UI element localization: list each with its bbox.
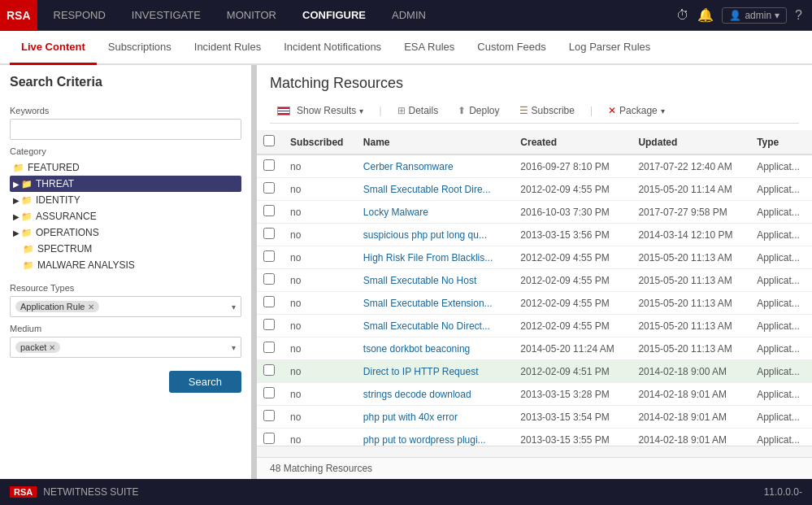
table-row[interactable]: no High Risk File From Blacklis... 2012-… <box>257 246 812 269</box>
panel-title: Search Criteria <box>10 75 241 89</box>
row-checkbox[interactable] <box>257 429 284 446</box>
table-row[interactable]: no Direct to IP HTTP Request 2012-02-09 … <box>257 360 812 383</box>
row-checkbox[interactable] <box>257 315 284 337</box>
table-row[interactable]: no tsone dorkbot beaconing 2014-05-20 11… <box>257 337 812 360</box>
package-icon: ✕ <box>608 105 616 116</box>
table-row[interactable]: no Locky Malware 2016-10-03 7:30 PM 2017… <box>257 201 812 224</box>
col-created[interactable]: Created <box>514 130 632 155</box>
tree-item-assurance[interactable]: ▶ 📁 ASSURANCE <box>10 208 241 224</box>
row-name[interactable]: strings decode download <box>357 383 515 406</box>
tab-esa-rules[interactable]: ESA Rules <box>393 31 466 65</box>
row-checkbox[interactable] <box>257 269 284 292</box>
row-checkbox[interactable] <box>257 178 284 201</box>
row-checkbox[interactable] <box>257 383 284 406</box>
col-name[interactable]: Name <box>357 130 515 155</box>
tree-item-spectrum[interactable]: 📁 SPECTRUM <box>10 241 241 257</box>
right-panel-header: Matching Resources Show Results ▾ | ⊞ De… <box>257 65 812 130</box>
table-row[interactable]: no suspicious php put long qu... 2013-03… <box>257 224 812 246</box>
nav-investigate[interactable]: INVESTIGATE <box>119 0 214 31</box>
search-button[interactable]: Search <box>169 371 241 393</box>
flag-icon <box>277 107 290 115</box>
row-name[interactable]: Locky Malware <box>357 201 515 224</box>
row-name[interactable]: Direct to IP HTTP Request <box>357 360 515 383</box>
details-button[interactable]: ⊞ Details <box>390 102 446 120</box>
table-row[interactable]: no Small Executable Extension... 2012-02… <box>257 292 812 315</box>
table-row[interactable]: no php put with 40x error 2013-03-15 3:5… <box>257 406 812 429</box>
clock-icon[interactable]: ⏱ <box>676 8 689 23</box>
medium-label: Medium <box>10 324 241 333</box>
table-row[interactable]: no Small Executable No Host 2012-02-09 4… <box>257 269 812 292</box>
table-row[interactable]: no Cerber Ransomware 2016-09-27 8:10 PM … <box>257 155 812 178</box>
subscribe-button[interactable]: ☰ Subscribe <box>512 102 582 120</box>
row-name[interactable]: Small Executable Root Dire... <box>357 178 515 201</box>
deploy-button[interactable]: ⬆ Deploy <box>450 102 506 120</box>
show-results-button[interactable]: Show Results ▾ <box>270 102 371 120</box>
resource-types-arrow[interactable]: ▾ <box>232 303 236 311</box>
table-row[interactable]: no Small Executable Root Dire... 2012-02… <box>257 178 812 201</box>
row-checkbox[interactable] <box>257 246 284 269</box>
nav-respond[interactable]: RESPOND <box>41 0 119 31</box>
folder-icon: 📁 <box>13 163 24 173</box>
row-updated: 2017-07-22 12:40 AM <box>632 155 750 178</box>
remove-resource-type[interactable]: ✕ <box>88 303 94 311</box>
matching-resources-panel: Matching Resources Show Results ▾ | ⊞ De… <box>257 65 812 479</box>
row-name[interactable]: Cerber Ransomware <box>357 155 515 178</box>
tree-item-featured[interactable]: 📁 FEATURED <box>10 159 241 176</box>
resource-types-input[interactable]: Application Rule ✕ ▾ <box>10 296 241 317</box>
results-table-container[interactable]: Subscribed Name Created Updated Type no … <box>257 130 812 446</box>
tree-item-malware-analysis[interactable]: 📁 MALWARE ANALYSIS <box>10 257 241 273</box>
row-checkbox[interactable] <box>257 292 284 315</box>
row-name[interactable]: php put to wordpress plugi... <box>357 429 515 446</box>
tree-item-threat[interactable]: ▶ 📁 THREAT <box>10 176 241 192</box>
package-button[interactable]: ✕ Package ▾ <box>601 102 672 120</box>
row-name[interactable]: suspicious php put long qu... <box>357 224 515 246</box>
tab-incident-rules[interactable]: Incident Rules <box>183 31 272 65</box>
row-checkbox[interactable] <box>257 224 284 246</box>
bell-icon[interactable]: 🔔 <box>697 7 714 23</box>
row-checkbox[interactable] <box>257 360 284 383</box>
row-name[interactable]: php put with 40x error <box>357 406 515 429</box>
table-row[interactable]: no Small Executable No Direct... 2012-02… <box>257 315 812 337</box>
row-checkbox[interactable] <box>257 337 284 360</box>
row-checkbox[interactable] <box>257 201 284 224</box>
row-type: Applicat... <box>750 406 812 429</box>
matching-resources-title: Matching Resources <box>270 75 799 92</box>
horizontal-scrollbar[interactable] <box>257 446 812 457</box>
row-checkbox[interactable] <box>257 406 284 429</box>
table-row[interactable]: no php put to wordpress plugi... 2013-03… <box>257 429 812 446</box>
tree-item-operations[interactable]: ▶ 📁 OPERATIONS <box>10 224 241 241</box>
tab-live-content[interactable]: Live Content <box>10 31 97 65</box>
nav-configure[interactable]: CONFIGURE <box>289 0 379 31</box>
row-name[interactable]: Small Executable No Host <box>357 269 515 292</box>
row-checkbox[interactable] <box>257 155 284 178</box>
help-icon[interactable]: ? <box>795 8 802 23</box>
medium-input[interactable]: packet ✕ ▾ <box>10 337 241 358</box>
row-subscribed: no <box>284 337 357 360</box>
nav-monitor[interactable]: MONITOR <box>214 0 289 31</box>
row-name[interactable]: tsone dorkbot beaconing <box>357 337 515 360</box>
row-name[interactable]: High Risk File From Blacklis... <box>357 246 515 269</box>
table-row[interactable]: no strings decode download 2013-03-15 3:… <box>257 383 812 406</box>
row-name[interactable]: Small Executable Extension... <box>357 292 515 315</box>
select-all-checkbox[interactable] <box>263 135 275 146</box>
tree-item-identity[interactable]: ▶ 📁 IDENTITY <box>10 192 241 208</box>
remove-medium[interactable]: ✕ <box>49 343 55 352</box>
col-updated[interactable]: Updated <box>632 130 750 155</box>
medium-tag: packet ✕ <box>15 342 60 353</box>
tab-incident-notifications[interactable]: Incident Notifications <box>272 31 393 65</box>
top-nav-right: ⏱ 🔔 👤 admin ▾ ? <box>676 7 812 24</box>
medium-arrow[interactable]: ▾ <box>232 343 236 352</box>
nav-admin[interactable]: ADMIN <box>379 0 439 31</box>
col-type[interactable]: Type <box>750 130 812 155</box>
category-label: Category <box>10 146 241 156</box>
tab-log-parser-rules[interactable]: Log Parser Rules <box>558 31 662 65</box>
expand-arrow: ▶ <box>13 196 20 205</box>
admin-menu[interactable]: 👤 admin ▾ <box>722 7 787 24</box>
footer-brand: RSA NETWITNESS SUITE <box>10 486 139 498</box>
col-subscribed[interactable]: Subscribed <box>284 130 357 155</box>
keywords-input[interactable] <box>10 119 241 140</box>
row-name[interactable]: Small Executable No Direct... <box>357 315 515 337</box>
row-created: 2012-02-09 4:55 PM <box>514 269 632 292</box>
tab-custom-feeds[interactable]: Custom Feeds <box>466 31 558 65</box>
tab-subscriptions[interactable]: Subscriptions <box>97 31 183 65</box>
